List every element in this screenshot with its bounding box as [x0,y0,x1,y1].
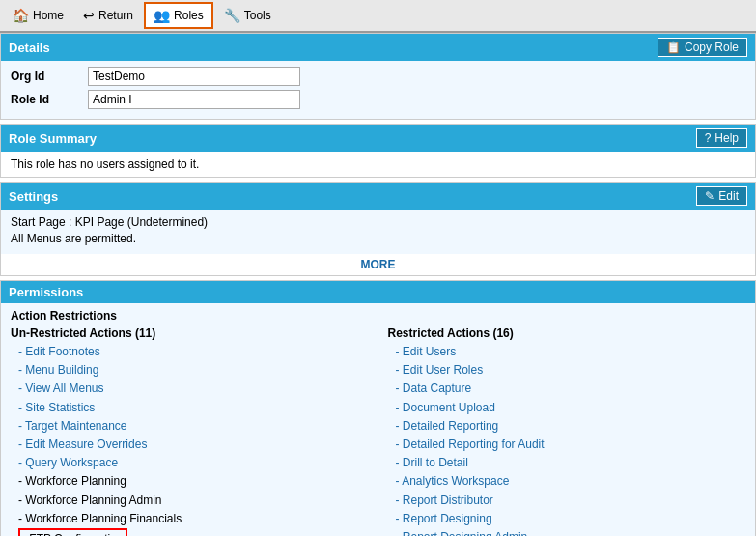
help-label: Help [714,131,739,145]
permissions-section: Permissions Action Restrictions Un-Restr… [0,280,756,536]
unrestricted-title: Un-Restricted Actions (11) [11,326,369,340]
role-id-input[interactable] [88,90,300,109]
start-page-text: Start Page : KPI Page (Undetermined) [11,215,745,229]
role-summary-header: Role Summary ? Help [1,125,755,152]
help-button[interactable]: ? Help [696,128,747,148]
unrestricted-item: - FTP Configuration [18,528,369,536]
details-body: Org Id Role Id [1,61,755,119]
unrestricted-item: - Edit Footnotes [18,343,369,361]
restricted-column: Restricted Actions (16) - Edit Users- Ed… [388,326,746,536]
org-id-label: Org Id [11,70,88,83]
tools-icon: 🔧 [224,8,240,23]
permissions-title: Permissions [9,285,83,299]
role-summary-section: Role Summary ? Help This role has no use… [0,124,756,178]
role-summary-title: Role Summary [9,131,97,146]
unrestricted-item: - Workforce Planning [18,472,369,491]
restricted-item: - Detailed Reporting for Audit [396,436,746,454]
help-icon: ? [705,131,712,145]
permissions-body: Action Restrictions Un-Restricted Action… [1,303,755,536]
restricted-item: - Analytics Workspace [396,472,746,491]
unrestricted-item: - Site Statistics [18,399,369,417]
role-summary-body: This role has no users assigned to it. [1,152,755,177]
edit-label: Edit [718,189,739,203]
role-id-row: Role Id [11,90,745,109]
unrestricted-item: - Query Workspace [18,454,369,472]
unrestricted-item: - Menu Building [18,361,369,380]
roles-icon: 👥 [154,8,170,23]
role-summary-text: This role has no users assigned to it. [11,157,199,171]
unrestricted-item: - Edit Measure Overrides [18,436,369,454]
nav-home-label: Home [33,9,64,22]
restricted-item: - Document Upload [396,399,746,417]
restricted-item: - Edit User Roles [396,361,746,380]
details-title: Details [9,41,50,55]
details-header: Details 📋 Copy Role [1,34,755,61]
more-link[interactable]: MORE [1,254,755,275]
home-icon: 🏠 [13,8,29,23]
restricted-item: - Data Capture [396,380,746,398]
menus-text: All Menus are permitted. [11,232,745,245]
copy-icon: 📋 [666,41,681,54]
edit-icon: ✎ [705,189,714,203]
settings-title: Settings [9,189,58,204]
unrestricted-item: - View All Menus [18,380,369,398]
restricted-item: - Report Designing [396,510,746,528]
settings-section: Settings ✎ Edit Start Page : KPI Page (U… [0,182,756,276]
role-id-label: Role Id [11,93,88,106]
action-restrictions-title: Action Restrictions [11,309,745,323]
unrestricted-item: - Workforce Planning Admin [18,492,369,510]
copy-role-label: Copy Role [685,41,739,54]
nav-roles-label: Roles [174,9,204,22]
nav-tools[interactable]: 🔧 Tools [215,3,280,28]
nav-return-label: Return [98,9,133,22]
actions-container: Un-Restricted Actions (11) - Edit Footno… [11,326,745,536]
copy-role-button[interactable]: 📋 Copy Role [658,38,747,57]
permissions-header: Permissions [1,281,755,303]
restricted-title: Restricted Actions (16) [388,326,746,340]
org-id-row: Org Id [11,67,745,86]
restricted-item: - Drill to Detail [396,454,746,472]
unrestricted-item: - Workforce Planning Financials [18,510,369,528]
restricted-item: - Detailed Reporting [396,417,746,436]
edit-button[interactable]: ✎ Edit [696,186,747,206]
restricted-item: - Report Designing Admin [396,528,746,536]
navbar: 🏠 Home ↩ Return 👥 Roles 🔧 Tools [0,0,756,33]
settings-body: Start Page : KPI Page (Undetermined) All… [1,210,755,254]
nav-roles[interactable]: 👥 Roles [144,2,213,29]
nav-return[interactable]: ↩ Return [74,3,142,28]
settings-header: Settings ✎ Edit [1,183,755,210]
unrestricted-items: - Edit Footnotes- Menu Building- View Al… [11,343,369,536]
nav-tools-label: Tools [244,9,271,22]
details-section: Details 📋 Copy Role Org Id Role Id [0,33,756,120]
org-id-input[interactable] [88,67,300,86]
return-icon: ↩ [83,8,95,23]
restricted-item: - Edit Users [396,343,746,361]
unrestricted-item: - Target Maintenance [18,417,369,436]
restricted-item: - Report Distributor [396,492,746,510]
nav-home[interactable]: 🏠 Home [4,3,72,28]
restricted-items: - Edit Users- Edit User Roles- Data Capt… [388,343,746,536]
unrestricted-column: Un-Restricted Actions (11) - Edit Footno… [11,326,369,536]
